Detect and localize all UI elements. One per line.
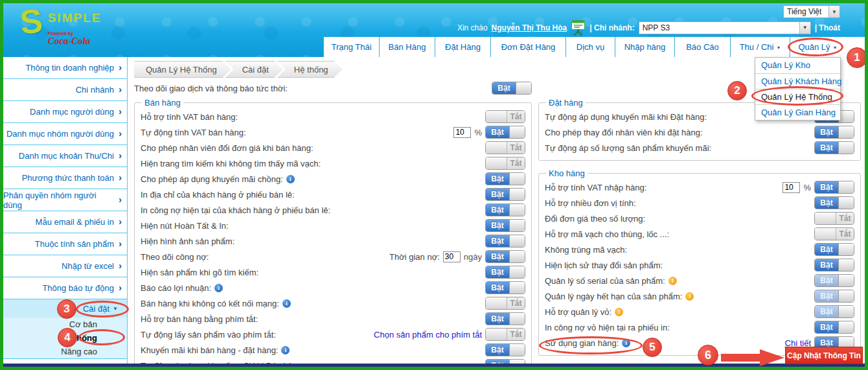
setting-label: In địa chỉ của khách hàng ở phiếu bán lẻ…: [141, 190, 295, 200]
nav-item[interactable]: Thu / Chi ▼: [730, 37, 790, 57]
setting-row: Cho phép thay đổi nhân viên khi đặt hàng…: [545, 124, 854, 140]
top-setting-row: Theo dõi giao dịch và thông báo tức thời…: [134, 82, 532, 95]
breadcrumb-item[interactable]: Cài đặt: [225, 61, 283, 78]
nav-item[interactable]: Nhập hàng ▼: [615, 37, 674, 57]
nav-item[interactable]: Dịch vụ ▼: [565, 37, 615, 57]
toggle[interactable]: Bật: [485, 235, 525, 248]
setting-label: Quản lý ngày hết hạn của sản phẩm:: [545, 292, 682, 301]
sidebar-item[interactable]: Nhập từ excel ›: [3, 255, 127, 277]
value-input[interactable]: [443, 251, 461, 262]
sidebar-item[interactable]: Phương thức thanh toán ›: [3, 167, 127, 189]
toggle[interactable]: Tắt: [814, 212, 854, 225]
breadcrumb-item[interactable]: Hệ thống: [277, 61, 343, 78]
section-kho-hang: Kho hàng Hỗ trợ tính VAT nhập hàng:: [538, 168, 861, 356]
nav-item[interactable]: Quản Lý ▼: [790, 37, 845, 57]
setting-row: Hỗ trợ tính VAT nhập hàng: %: [545, 179, 854, 195]
sidebar-item[interactable]: Mẫu email & phiếu in ›: [3, 211, 127, 233]
sidebar-item[interactable]: Danh mục người dùng ›: [3, 101, 127, 123]
nav-item[interactable]: Báo Cáo ▼: [674, 37, 730, 57]
nav-item[interactable]: Trạng Thái ▼: [323, 37, 379, 57]
branch-label: | Chi nhánh:: [589, 23, 634, 32]
setting-label: Hỗ trợ bán hàng bằng phím tắt:: [141, 314, 258, 324]
section-legend: Kho hàng: [546, 168, 588, 178]
chevron-right-icon: ›: [119, 62, 122, 73]
toggle[interactable]: Bật: [485, 281, 525, 294]
toggle[interactable]: Bật: [814, 305, 854, 318]
toggle[interactable]: Tắt: [485, 328, 525, 341]
sidebar-item[interactable]: Thông tin doanh nghiệp ›: [3, 57, 127, 79]
setting-label: Quản lý số serial của sản phẩm:: [545, 276, 665, 286]
setting-row: Hỗ trợ bán hàng bằng phím tắt:: [141, 311, 525, 327]
nav-item[interactable]: Bán Hàng ▼: [379, 37, 435, 57]
app-logo: S SIMPLE Powered by Coca-Cola: [20, 6, 101, 47]
update-info-button[interactable]: Cập Nhật Thông Tin: [785, 347, 863, 364]
toggle[interactable]: Tắt: [485, 297, 525, 310]
toggle[interactable]: Bật: [814, 243, 854, 256]
toggle[interactable]: Bật: [485, 312, 525, 325]
chevron-down-icon[interactable]: ▼: [799, 22, 810, 34]
toggle[interactable]: Bật: [814, 321, 854, 334]
toggle[interactable]: Bật: [485, 343, 525, 356]
toggle[interactable]: Bật: [485, 172, 525, 185]
dropdown-menu-item[interactable]: Quản Lý Gian Hàng: [755, 104, 840, 120]
toggle[interactable]: Bật: [485, 126, 525, 139]
step-badge-5: 5: [643, 338, 662, 357]
sidebar-item[interactable]: Phân quyền nhóm người dùng ›: [3, 189, 127, 211]
setting-row: Không trùng mã vạch:: [545, 242, 854, 257]
toggle[interactable]: Bật: [814, 141, 854, 154]
branch-select[interactable]: NPP S3 ▼: [639, 21, 811, 34]
value-input[interactable]: [453, 127, 471, 138]
toggle[interactable]: Bật: [814, 196, 854, 209]
chevron-down-icon[interactable]: ▼: [828, 6, 839, 17]
toggle[interactable]: Bật: [814, 181, 854, 194]
nav-item[interactable]: Đặt Hàng ▼: [435, 37, 490, 57]
toggle[interactable]: Bật: [814, 259, 854, 272]
setting-label: Cho phép thay đổi nhân viên khi đặt hàng…: [545, 128, 703, 137]
sidebar-item[interactable]: Danh mục nhóm người dùng ›: [3, 123, 127, 145]
setting-row: Tự động tính VAT bán hàng: %: [141, 124, 525, 140]
main-nav: Trạng Thái ▼ Bán Hàng ▼ Đặt Hàng ▼ Đơn Đ…: [323, 37, 865, 57]
sidebar-item[interactable]: Thuộc tính sản phẩm ›: [3, 233, 127, 255]
toggle[interactable]: Bật: [492, 82, 532, 95]
toggle[interactable]: Bật: [814, 126, 854, 139]
step-badge-6: 6: [698, 345, 718, 365]
setting-action-link[interactable]: Chọn sản phẩm cho phím tắt: [374, 330, 482, 340]
toggle[interactable]: Bật: [814, 274, 854, 287]
setting-row: Hỗ trợ nhiều đơn vị tính:: [545, 195, 854, 211]
unit-label: ngày: [464, 252, 482, 262]
logout-link[interactable]: | Thoát: [815, 23, 840, 32]
sidebar-item[interactable]: Chi nhánh ›: [3, 79, 127, 101]
value-input[interactable]: [782, 182, 800, 193]
setting-row: Hiện trang tìm kiếm khi không tìm thấy m…: [141, 156, 525, 171]
dropdown-menu-item[interactable]: Quản Lý Kho: [755, 58, 840, 73]
sidebar-item[interactable]: Danh mục khoản Thu/Chi ›: [3, 145, 127, 167]
toggle[interactable]: Bật: [485, 250, 525, 263]
toggle[interactable]: Bật: [485, 266, 525, 279]
toggle[interactable]: Bật: [814, 290, 854, 303]
chevron-right-icon: ›: [119, 128, 122, 139]
nav-item[interactable]: Đơn Đặt Hàng ▼: [490, 37, 565, 57]
toggle[interactable]: Bật: [485, 203, 525, 216]
section-legend: Đặt hàng: [546, 98, 586, 108]
toggle[interactable]: Tắt: [485, 141, 525, 154]
toggle[interactable]: Tắt: [814, 227, 854, 240]
user-name-link[interactable]: Nguyễn Thị Thu Hòa: [492, 23, 567, 32]
info-icon: [282, 299, 291, 308]
dropdown-menu-item[interactable]: Quản Lý Hệ Thống: [755, 89, 840, 104]
language-select[interactable]: Tiếng Việt ▼: [783, 5, 840, 18]
sidebar-item[interactable]: Thông báo tự động ›: [3, 277, 127, 299]
toggle[interactable]: Tắt: [485, 157, 525, 170]
toggle[interactable]: Bật: [485, 188, 525, 201]
breadcrumb-item[interactable]: Quản Lý Hệ Thống: [134, 61, 231, 78]
dropdown-menu-item[interactable]: Quản Lý Khách Hàng: [755, 73, 840, 89]
annotation-arrow: [721, 354, 761, 362]
toggle[interactable]: Tắt: [485, 110, 525, 123]
chevron-right-icon: ›: [119, 150, 122, 161]
setting-row: Theo dõi công nợ: Thời gian nợ: ngày: [141, 249, 525, 264]
chevron-right-icon: ›: [119, 84, 122, 95]
setting-row: Hiện hình ảnh sản phẩm:: [141, 233, 525, 249]
warning-icon: [615, 308, 623, 316]
sidebar: Thông tin doanh nghiệp › Chi nhánh › Dan…: [3, 57, 128, 367]
setting-label: Bán hàng khi không có kết nối mạng:: [141, 299, 279, 308]
toggle[interactable]: Bật: [485, 219, 525, 232]
